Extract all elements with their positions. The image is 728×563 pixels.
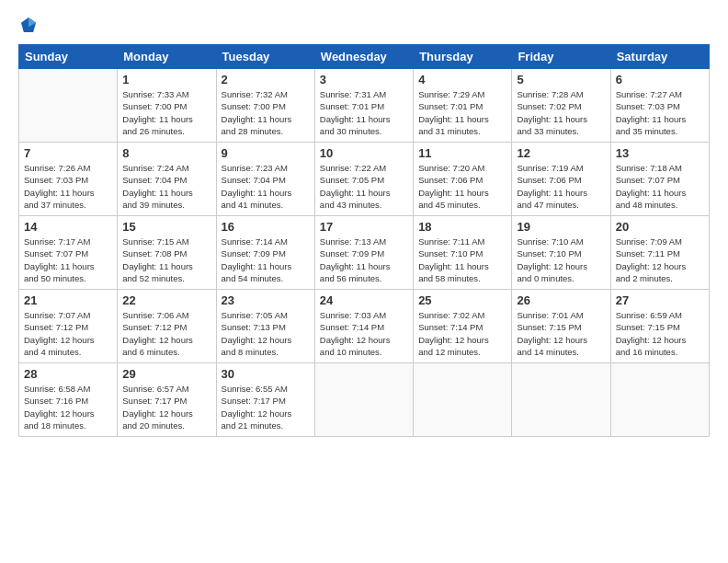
calendar-day-cell: 3Sunrise: 7:31 AM Sunset: 7:01 PM Daylig… [314, 69, 413, 143]
calendar-day-cell: 28Sunrise: 6:58 AM Sunset: 7:16 PM Dayli… [19, 363, 118, 437]
day-number: 16 [222, 220, 310, 234]
day-info: Sunrise: 7:27 AM Sunset: 7:03 PM Dayligh… [616, 88, 704, 137]
header [18, 15, 710, 35]
day-info: Sunrise: 7:15 AM Sunset: 7:08 PM Dayligh… [122, 236, 210, 284]
day-number: 11 [418, 146, 506, 160]
logo [18, 15, 42, 35]
day-number: 30 [222, 367, 310, 381]
calendar-day-cell [19, 69, 118, 143]
calendar-day-cell: 13Sunrise: 7:18 AM Sunset: 7:07 PM Dayli… [610, 143, 709, 216]
day-info: Sunrise: 7:10 AM Sunset: 7:10 PM Dayligh… [517, 236, 605, 284]
day-number: 22 [122, 293, 210, 307]
day-info: Sunrise: 7:17 AM Sunset: 7:07 PM Dayligh… [24, 236, 112, 284]
day-info: Sunrise: 7:29 AM Sunset: 7:01 PM Dayligh… [418, 88, 506, 137]
calendar-day-cell: 11Sunrise: 7:20 AM Sunset: 7:06 PM Dayli… [414, 143, 512, 216]
day-info: Sunrise: 7:01 AM Sunset: 7:15 PM Dayligh… [517, 309, 605, 358]
calendar-day-cell: 10Sunrise: 7:22 AM Sunset: 7:05 PM Dayli… [314, 143, 413, 216]
day-number: 7 [24, 146, 112, 160]
day-number: 17 [320, 220, 408, 234]
day-info: Sunrise: 7:31 AM Sunset: 7:01 PM Dayligh… [320, 88, 408, 137]
day-number: 2 [222, 73, 310, 86]
day-number: 25 [418, 293, 506, 307]
day-info: Sunrise: 7:18 AM Sunset: 7:07 PM Dayligh… [616, 162, 704, 211]
page-container: SundayMondayTuesdayWednesdayThursdayFrid… [0, 0, 728, 563]
day-info: Sunrise: 7:11 AM Sunset: 7:10 PM Dayligh… [418, 236, 506, 284]
day-info: Sunrise: 7:24 AM Sunset: 7:04 PM Dayligh… [122, 162, 210, 211]
calendar-day-cell: 22Sunrise: 7:06 AM Sunset: 7:12 PM Dayli… [118, 290, 216, 363]
day-info: Sunrise: 7:06 AM Sunset: 7:12 PM Dayligh… [122, 309, 210, 358]
day-info: Sunrise: 6:58 AM Sunset: 7:16 PM Dayligh… [24, 383, 112, 431]
calendar-day-cell: 4Sunrise: 7:29 AM Sunset: 7:01 PM Daylig… [414, 69, 512, 143]
calendar-week-row: 1Sunrise: 7:33 AM Sunset: 7:00 PM Daylig… [19, 69, 710, 143]
calendar-day-cell [512, 363, 610, 437]
calendar-day-cell: 7Sunrise: 7:26 AM Sunset: 7:03 PM Daylig… [19, 143, 118, 216]
day-info: Sunrise: 7:13 AM Sunset: 7:09 PM Dayligh… [320, 236, 408, 284]
day-number: 15 [122, 220, 210, 234]
calendar-week-row: 7Sunrise: 7:26 AM Sunset: 7:03 PM Daylig… [19, 143, 710, 216]
calendar-day-cell: 25Sunrise: 7:02 AM Sunset: 7:14 PM Dayli… [414, 290, 512, 363]
day-number: 21 [24, 293, 112, 307]
day-info: Sunrise: 7:03 AM Sunset: 7:14 PM Dayligh… [320, 309, 408, 358]
day-number: 19 [517, 220, 605, 234]
day-number: 9 [222, 146, 310, 160]
calendar-day-cell [414, 363, 512, 437]
weekday-header: Saturday [610, 45, 709, 69]
day-info: Sunrise: 7:19 AM Sunset: 7:06 PM Dayligh… [517, 162, 605, 211]
calendar-week-row: 28Sunrise: 6:58 AM Sunset: 7:16 PM Dayli… [19, 363, 710, 437]
day-number: 24 [320, 293, 408, 307]
calendar-day-cell: 21Sunrise: 7:07 AM Sunset: 7:12 PM Dayli… [19, 290, 118, 363]
calendar-day-cell [314, 363, 413, 437]
day-info: Sunrise: 6:55 AM Sunset: 7:17 PM Dayligh… [222, 383, 310, 431]
logo-icon [18, 15, 39, 35]
day-number: 18 [418, 220, 506, 234]
day-number: 13 [616, 146, 704, 160]
weekday-header: Tuesday [216, 45, 314, 69]
calendar-day-cell: 9Sunrise: 7:23 AM Sunset: 7:04 PM Daylig… [216, 143, 314, 216]
calendar-day-cell: 18Sunrise: 7:11 AM Sunset: 7:10 PM Dayli… [414, 216, 512, 290]
calendar-day-cell: 29Sunrise: 6:57 AM Sunset: 7:17 PM Dayli… [118, 363, 216, 437]
day-number: 4 [418, 73, 506, 86]
calendar-day-cell: 8Sunrise: 7:24 AM Sunset: 7:04 PM Daylig… [118, 143, 216, 216]
calendar-day-cell: 19Sunrise: 7:10 AM Sunset: 7:10 PM Dayli… [512, 216, 610, 290]
day-number: 29 [122, 367, 210, 381]
day-info: Sunrise: 7:22 AM Sunset: 7:05 PM Dayligh… [320, 162, 408, 211]
calendar-day-cell: 23Sunrise: 7:05 AM Sunset: 7:13 PM Dayli… [216, 290, 314, 363]
weekday-header: Thursday [414, 45, 512, 69]
day-number: 28 [24, 367, 112, 381]
day-number: 12 [517, 146, 605, 160]
day-number: 14 [24, 220, 112, 234]
calendar-day-cell: 17Sunrise: 7:13 AM Sunset: 7:09 PM Dayli… [314, 216, 413, 290]
calendar-day-cell: 30Sunrise: 6:55 AM Sunset: 7:17 PM Dayli… [216, 363, 314, 437]
calendar-header-row: SundayMondayTuesdayWednesdayThursdayFrid… [19, 45, 710, 69]
calendar-week-row: 21Sunrise: 7:07 AM Sunset: 7:12 PM Dayli… [19, 290, 710, 363]
day-number: 26 [517, 293, 605, 307]
day-info: Sunrise: 7:28 AM Sunset: 7:02 PM Dayligh… [517, 88, 605, 137]
day-number: 6 [616, 73, 704, 86]
day-info: Sunrise: 6:57 AM Sunset: 7:17 PM Dayligh… [122, 383, 210, 431]
calendar-day-cell: 6Sunrise: 7:27 AM Sunset: 7:03 PM Daylig… [610, 69, 709, 143]
calendar-day-cell: 1Sunrise: 7:33 AM Sunset: 7:00 PM Daylig… [118, 69, 216, 143]
day-info: Sunrise: 7:09 AM Sunset: 7:11 PM Dayligh… [616, 236, 704, 284]
calendar-day-cell: 5Sunrise: 7:28 AM Sunset: 7:02 PM Daylig… [512, 69, 610, 143]
day-info: Sunrise: 7:23 AM Sunset: 7:04 PM Dayligh… [222, 162, 310, 211]
calendar-day-cell [610, 363, 709, 437]
day-number: 23 [222, 293, 310, 307]
calendar-day-cell: 24Sunrise: 7:03 AM Sunset: 7:14 PM Dayli… [314, 290, 413, 363]
day-number: 3 [320, 73, 408, 86]
day-number: 8 [122, 146, 210, 160]
day-info: Sunrise: 7:20 AM Sunset: 7:06 PM Dayligh… [418, 162, 506, 211]
day-number: 1 [122, 73, 210, 86]
weekday-header: Friday [512, 45, 610, 69]
day-info: Sunrise: 7:14 AM Sunset: 7:09 PM Dayligh… [222, 236, 310, 284]
day-number: 10 [320, 146, 408, 160]
day-info: Sunrise: 7:05 AM Sunset: 7:13 PM Dayligh… [222, 309, 310, 358]
day-info: Sunrise: 7:26 AM Sunset: 7:03 PM Dayligh… [24, 162, 112, 211]
day-info: Sunrise: 7:02 AM Sunset: 7:14 PM Dayligh… [418, 309, 506, 358]
weekday-header: Monday [118, 45, 216, 69]
calendar-day-cell: 12Sunrise: 7:19 AM Sunset: 7:06 PM Dayli… [512, 143, 610, 216]
calendar-day-cell: 2Sunrise: 7:32 AM Sunset: 7:00 PM Daylig… [216, 69, 314, 143]
calendar-week-row: 14Sunrise: 7:17 AM Sunset: 7:07 PM Dayli… [19, 216, 710, 290]
calendar-day-cell: 16Sunrise: 7:14 AM Sunset: 7:09 PM Dayli… [216, 216, 314, 290]
day-number: 20 [616, 220, 704, 234]
calendar-day-cell: 20Sunrise: 7:09 AM Sunset: 7:11 PM Dayli… [610, 216, 709, 290]
